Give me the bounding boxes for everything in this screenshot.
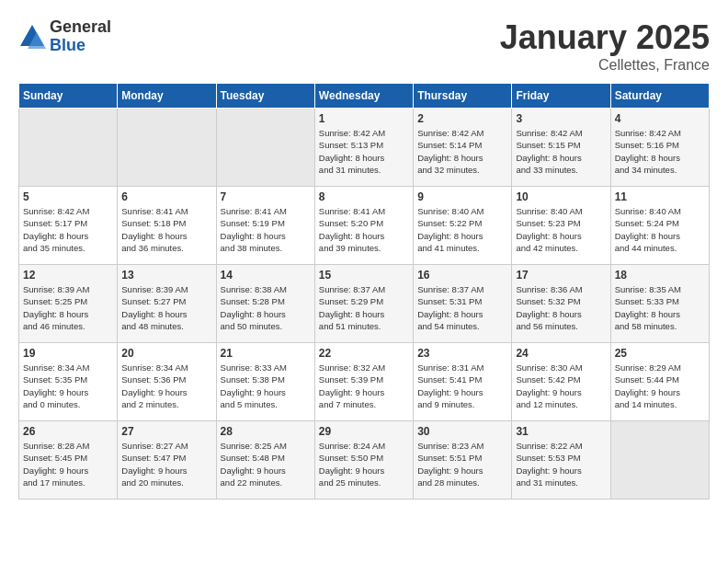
cell-info: Sunrise: 8:27 AM Sunset: 5:47 PM Dayligh… bbox=[121, 440, 211, 488]
header-monday: Monday bbox=[118, 84, 216, 109]
day-number: 16 bbox=[417, 269, 507, 282]
calendar-cell bbox=[610, 421, 709, 500]
cell-info: Sunrise: 8:39 AM Sunset: 5:27 PM Dayligh… bbox=[121, 283, 211, 332]
cell-info: Sunrise: 8:37 AM Sunset: 5:31 PM Dayligh… bbox=[417, 283, 507, 332]
cell-info: Sunrise: 8:28 AM Sunset: 5:45 PM Dayligh… bbox=[23, 440, 113, 488]
day-number: 21 bbox=[221, 347, 311, 360]
cell-info: Sunrise: 8:24 AM Sunset: 5:50 PM Dayligh… bbox=[319, 440, 409, 488]
cell-info: Sunrise: 8:30 AM Sunset: 5:42 PM Dayligh… bbox=[516, 362, 606, 410]
cell-info: Sunrise: 8:40 AM Sunset: 5:23 PM Dayligh… bbox=[516, 205, 606, 254]
cell-info: Sunrise: 8:42 AM Sunset: 5:17 PM Dayligh… bbox=[23, 205, 113, 254]
day-number: 20 bbox=[121, 347, 211, 360]
day-number: 14 bbox=[221, 269, 311, 282]
cell-info: Sunrise: 8:42 AM Sunset: 5:16 PM Dayligh… bbox=[615, 127, 705, 176]
cell-info: Sunrise: 8:22 AM Sunset: 5:53 PM Dayligh… bbox=[516, 440, 606, 488]
day-number: 25 bbox=[615, 347, 705, 360]
calendar-cell: 31Sunrise: 8:22 AM Sunset: 5:53 PM Dayli… bbox=[512, 421, 610, 500]
week-row-1: 1Sunrise: 8:42 AM Sunset: 5:13 PM Daylig… bbox=[19, 109, 710, 187]
calendar-cell bbox=[216, 109, 314, 187]
calendar-cell: 20Sunrise: 8:34 AM Sunset: 5:36 PM Dayli… bbox=[118, 343, 216, 421]
cell-info: Sunrise: 8:37 AM Sunset: 5:29 PM Dayligh… bbox=[319, 283, 409, 332]
day-number: 8 bbox=[319, 190, 409, 203]
day-number: 10 bbox=[516, 190, 606, 203]
day-number: 30 bbox=[417, 425, 507, 438]
cell-info: Sunrise: 8:25 AM Sunset: 5:48 PM Dayligh… bbox=[221, 440, 311, 488]
cell-info: Sunrise: 8:41 AM Sunset: 5:18 PM Dayligh… bbox=[121, 205, 211, 254]
calendar-cell: 30Sunrise: 8:23 AM Sunset: 5:51 PM Dayli… bbox=[414, 421, 512, 500]
calendar-cell: 29Sunrise: 8:24 AM Sunset: 5:50 PM Dayli… bbox=[314, 421, 413, 500]
cell-info: Sunrise: 8:38 AM Sunset: 5:28 PM Dayligh… bbox=[221, 283, 311, 332]
weekday-header-row: SundayMondayTuesdayWednesdayThursdayFrid… bbox=[19, 84, 710, 109]
logo-blue-text: Blue bbox=[50, 37, 111, 55]
calendar-cell: 11Sunrise: 8:40 AM Sunset: 5:24 PM Dayli… bbox=[610, 187, 709, 265]
cell-info: Sunrise: 8:31 AM Sunset: 5:41 PM Dayligh… bbox=[417, 362, 507, 410]
month-title: January 2025 bbox=[500, 18, 710, 57]
page-header: General Blue January 2025 Cellettes, Fra… bbox=[18, 18, 710, 74]
day-number: 1 bbox=[319, 112, 409, 125]
cell-info: Sunrise: 8:41 AM Sunset: 5:19 PM Dayligh… bbox=[221, 205, 311, 254]
day-number: 18 bbox=[615, 269, 705, 282]
day-number: 5 bbox=[23, 190, 113, 203]
day-number: 31 bbox=[516, 425, 606, 438]
header-sunday: Sunday bbox=[19, 84, 118, 109]
calendar-cell: 26Sunrise: 8:28 AM Sunset: 5:45 PM Dayli… bbox=[19, 421, 118, 500]
day-number: 3 bbox=[516, 112, 606, 125]
day-number: 2 bbox=[417, 112, 507, 125]
logo-icon bbox=[18, 23, 46, 51]
day-number: 23 bbox=[417, 347, 507, 360]
calendar-cell bbox=[118, 109, 216, 187]
calendar-cell: 7Sunrise: 8:41 AM Sunset: 5:19 PM Daylig… bbox=[216, 187, 314, 265]
week-row-2: 5Sunrise: 8:42 AM Sunset: 5:17 PM Daylig… bbox=[19, 187, 710, 265]
day-number: 22 bbox=[319, 347, 409, 360]
calendar-cell bbox=[19, 109, 118, 187]
title-block: January 2025 Cellettes, France bbox=[500, 18, 710, 74]
header-tuesday: Tuesday bbox=[216, 84, 314, 109]
calendar-cell: 5Sunrise: 8:42 AM Sunset: 5:17 PM Daylig… bbox=[19, 187, 118, 265]
day-number: 15 bbox=[319, 269, 409, 282]
day-number: 17 bbox=[516, 269, 606, 282]
day-number: 12 bbox=[23, 269, 113, 282]
calendar-cell: 9Sunrise: 8:40 AM Sunset: 5:22 PM Daylig… bbox=[414, 187, 512, 265]
calendar-cell: 16Sunrise: 8:37 AM Sunset: 5:31 PM Dayli… bbox=[414, 265, 512, 343]
calendar-cell: 12Sunrise: 8:39 AM Sunset: 5:25 PM Dayli… bbox=[19, 265, 118, 343]
calendar-cell: 22Sunrise: 8:32 AM Sunset: 5:39 PM Dayli… bbox=[314, 343, 413, 421]
calendar-cell: 3Sunrise: 8:42 AM Sunset: 5:15 PM Daylig… bbox=[512, 109, 610, 187]
calendar-cell: 1Sunrise: 8:42 AM Sunset: 5:13 PM Daylig… bbox=[314, 109, 413, 187]
day-number: 28 bbox=[221, 425, 311, 438]
header-wednesday: Wednesday bbox=[314, 84, 413, 109]
cell-info: Sunrise: 8:33 AM Sunset: 5:38 PM Dayligh… bbox=[221, 362, 311, 410]
calendar-cell: 18Sunrise: 8:35 AM Sunset: 5:33 PM Dayli… bbox=[610, 265, 709, 343]
calendar-cell: 24Sunrise: 8:30 AM Sunset: 5:42 PM Dayli… bbox=[512, 343, 610, 421]
cell-info: Sunrise: 8:41 AM Sunset: 5:20 PM Dayligh… bbox=[319, 205, 409, 254]
calendar-cell: 21Sunrise: 8:33 AM Sunset: 5:38 PM Dayli… bbox=[216, 343, 314, 421]
day-number: 29 bbox=[319, 425, 409, 438]
calendar-table: SundayMondayTuesdayWednesdayThursdayFrid… bbox=[18, 83, 710, 500]
cell-info: Sunrise: 8:23 AM Sunset: 5:51 PM Dayligh… bbox=[417, 440, 507, 488]
header-thursday: Thursday bbox=[414, 84, 512, 109]
day-number: 11 bbox=[615, 190, 705, 203]
cell-info: Sunrise: 8:34 AM Sunset: 5:35 PM Dayligh… bbox=[23, 362, 113, 410]
cell-info: Sunrise: 8:32 AM Sunset: 5:39 PM Dayligh… bbox=[319, 362, 409, 410]
calendar-cell: 19Sunrise: 8:34 AM Sunset: 5:35 PM Dayli… bbox=[19, 343, 118, 421]
day-number: 27 bbox=[121, 425, 211, 438]
day-number: 13 bbox=[121, 269, 211, 282]
cell-info: Sunrise: 8:40 AM Sunset: 5:22 PM Dayligh… bbox=[417, 205, 507, 254]
day-number: 26 bbox=[23, 425, 113, 438]
week-row-3: 12Sunrise: 8:39 AM Sunset: 5:25 PM Dayli… bbox=[19, 265, 710, 343]
logo-general-text: General bbox=[50, 18, 111, 37]
header-saturday: Saturday bbox=[610, 84, 709, 109]
cell-info: Sunrise: 8:42 AM Sunset: 5:13 PM Dayligh… bbox=[319, 127, 409, 176]
calendar-cell: 14Sunrise: 8:38 AM Sunset: 5:28 PM Dayli… bbox=[216, 265, 314, 343]
week-row-4: 19Sunrise: 8:34 AM Sunset: 5:35 PM Dayli… bbox=[19, 343, 710, 421]
calendar-cell: 8Sunrise: 8:41 AM Sunset: 5:20 PM Daylig… bbox=[314, 187, 413, 265]
week-row-5: 26Sunrise: 8:28 AM Sunset: 5:45 PM Dayli… bbox=[19, 421, 710, 500]
location: Cellettes, France bbox=[500, 57, 710, 74]
calendar-cell: 6Sunrise: 8:41 AM Sunset: 5:18 PM Daylig… bbox=[118, 187, 216, 265]
calendar-cell: 28Sunrise: 8:25 AM Sunset: 5:48 PM Dayli… bbox=[216, 421, 314, 500]
cell-info: Sunrise: 8:39 AM Sunset: 5:25 PM Dayligh… bbox=[23, 283, 113, 332]
day-number: 6 bbox=[121, 190, 211, 203]
cell-info: Sunrise: 8:29 AM Sunset: 5:44 PM Dayligh… bbox=[615, 362, 705, 410]
cell-info: Sunrise: 8:40 AM Sunset: 5:24 PM Dayligh… bbox=[615, 205, 705, 254]
calendar-cell: 23Sunrise: 8:31 AM Sunset: 5:41 PM Dayli… bbox=[414, 343, 512, 421]
calendar-cell: 2Sunrise: 8:42 AM Sunset: 5:14 PM Daylig… bbox=[414, 109, 512, 187]
